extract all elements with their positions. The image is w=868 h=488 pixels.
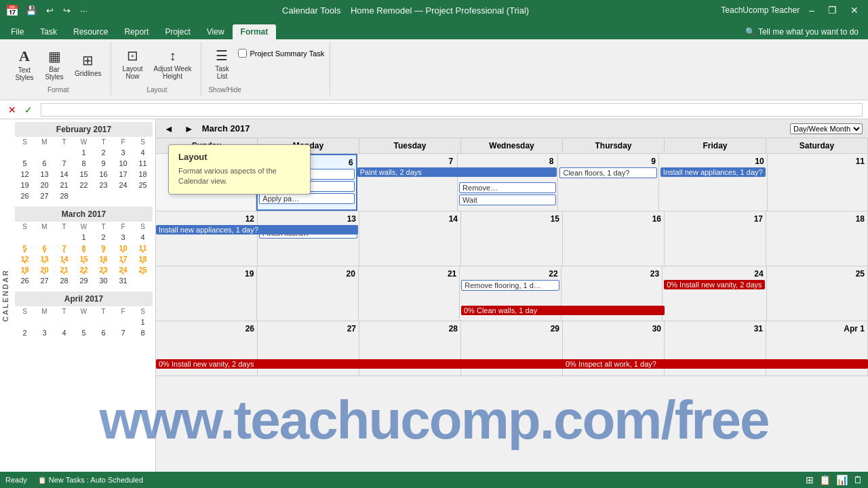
status-icon-1[interactable]: ⊞ xyxy=(806,474,814,485)
tab-view[interactable]: View xyxy=(199,24,233,39)
task-clean-walls-row: 0% Clean walls, 1 day xyxy=(461,306,665,317)
task-wait[interactable]: Wait xyxy=(459,195,556,205)
task-install-vanity-w3[interactable]: 0% Install new vanity, 2 days xyxy=(664,280,764,289)
tab-format[interactable]: Format xyxy=(233,24,277,39)
task-paint-walls[interactable]: Paint walls, 2 days xyxy=(357,167,557,177)
day-7[interactable]: 7 Paint walls, 2 days xyxy=(357,154,458,211)
header-friday: Friday xyxy=(665,138,766,153)
quick-more[interactable]: ··· xyxy=(77,4,90,17)
zoom-level-select[interactable]: Day/Week Month Month xyxy=(790,123,863,134)
title-bar-left: 📅 💾 ↩ ↪ ··· xyxy=(5,4,90,17)
status-icon-3[interactable]: 📊 xyxy=(836,474,848,485)
task-inspect-work[interactable]: 0% Inspect all work, 1 day? xyxy=(563,359,868,369)
day-16[interactable]: 16 xyxy=(563,211,665,266)
cal-next-button[interactable]: ► xyxy=(182,122,197,136)
close-button[interactable]: ✕ xyxy=(846,3,863,17)
cal-prev-button[interactable]: ◄ xyxy=(161,122,176,136)
bar-styles-icon: ▦ xyxy=(48,48,61,64)
ribbon-tabs: File Task Resource Report Project View F… xyxy=(0,20,868,39)
mini-calendar-april: April 2017 S M T W T F S 1 2 3 4 5 xyxy=(15,291,153,338)
gridlines-label: Gridlines xyxy=(75,70,101,77)
day-14[interactable]: 14 xyxy=(359,211,461,266)
ribbon-group-format: A Text Styles ▦ Bar Styles ⊞ Gridlines F… xyxy=(5,42,111,96)
day-13[interactable]: 13 Finish kitchen xyxy=(258,211,359,266)
project-summary-task-checkbox[interactable] xyxy=(238,49,247,58)
day-11[interactable]: 11 xyxy=(768,154,868,211)
tab-resource[interactable]: Resource xyxy=(65,24,116,39)
tab-file[interactable]: File xyxy=(3,24,32,39)
mini-cal-mar-header: March 2017 xyxy=(15,207,153,222)
quick-undo[interactable]: ↩ xyxy=(43,4,56,17)
ribbon-content: A Text Styles ▦ Bar Styles ⊞ Gridlines F… xyxy=(0,39,868,100)
title-bar: 📅 💾 ↩ ↪ ··· Calendar Tools Home Remodel … xyxy=(0,0,868,20)
title-bar-right: TeachUcomp Teacher – ❐ ✕ xyxy=(721,3,863,17)
tooltip-description: Format various aspects of the Calendar v… xyxy=(178,166,300,187)
task-clean-walls[interactable]: 0% Clean walls, 1 day xyxy=(461,306,665,315)
app-icon: 📅 xyxy=(5,4,19,17)
day-8[interactable]: 8 Remove… Wait xyxy=(458,154,558,211)
layout-now-label: Layout Now xyxy=(122,65,142,80)
day-15[interactable]: 15 xyxy=(461,211,563,266)
sidebar: CALENDAR February 2017 S M T W T F S 1 2… xyxy=(0,119,156,472)
tell-me-bar[interactable]: 🔍 Tell me what you want to do xyxy=(738,24,865,39)
formula-bar: ✕ ✓ xyxy=(0,100,868,119)
doc-title: Home Remodel — Project Professional (Tri… xyxy=(351,5,529,16)
task-install-appliances-2[interactable]: Install new appliances, 1 day? xyxy=(156,225,358,235)
search-icon: 🔍 xyxy=(745,27,755,37)
day-17[interactable]: 17 xyxy=(665,211,766,266)
day-9[interactable]: 9 Clean floors, 1 day? xyxy=(558,154,658,211)
mini-cal-feb-grid: S M T W T F S 1 2 3 4 5 6 7 8 9 10 11 xyxy=(15,137,153,201)
day-10[interactable]: 10 Install new appliances, 1 day? xyxy=(659,154,768,211)
formula-btns: ✕ ✓ xyxy=(5,103,35,117)
gridlines-button[interactable]: ⊞ Gridlines xyxy=(71,49,105,80)
tell-me-text: Tell me what you want to do xyxy=(758,27,859,37)
minimize-button[interactable]: – xyxy=(805,3,818,17)
day-12[interactable]: 12 Install new appliances, 1 day? xyxy=(156,211,258,266)
status-icon-4[interactable]: 🗒 xyxy=(853,474,863,485)
day-20[interactable]: 20 xyxy=(257,266,358,321)
gridlines-icon: ⊞ xyxy=(82,52,94,68)
task-remove[interactable]: Remove… xyxy=(459,182,556,193)
task-remove-flooring[interactable]: Remove flooring, 1 d… xyxy=(461,280,559,291)
layout-now-button[interactable]: ⊡ Layout Now xyxy=(118,45,146,83)
task-list-button[interactable]: ☰ Task List xyxy=(208,45,235,83)
format-group-label: Format xyxy=(47,86,69,94)
ribbon-group-layout: ⊡ Layout Now ↕ Adjust Week Height Layout xyxy=(113,42,201,96)
project-summary-task-checkbox-label[interactable]: Project Summary Task xyxy=(238,49,324,58)
formula-input[interactable] xyxy=(41,103,863,117)
status-icon-2[interactable]: 📋 xyxy=(819,474,831,485)
mini-calendar-march: March 2017 S M T W T F S 1 2 3 4 5 6 7 8 xyxy=(15,207,153,286)
task-install-appliances-1[interactable]: Install new appliances, 1 day? xyxy=(660,167,766,177)
day-21[interactable]: 21 xyxy=(359,266,460,321)
formula-cancel-button[interactable]: ✕ xyxy=(5,103,19,117)
layout-group-label: Layout xyxy=(146,86,167,94)
tab-task[interactable]: Task xyxy=(32,24,65,39)
bar-styles-label: Bar Styles xyxy=(45,66,63,81)
tab-project[interactable]: Project xyxy=(157,24,198,39)
maximize-button[interactable]: ❐ xyxy=(824,3,841,17)
quick-redo[interactable]: ↪ xyxy=(60,4,73,17)
day-18[interactable]: 18 xyxy=(766,211,868,266)
mini-cal-mar-grid: S M T W T F S 1 2 3 4 5 6 7 8 9 10 11 xyxy=(15,222,153,286)
format-btns: A Text Styles ▦ Bar Styles ⊞ Gridlines xyxy=(11,45,105,84)
header-saturday: Saturday xyxy=(766,138,868,153)
app-context-title: Calendar Tools xyxy=(282,5,340,16)
day-19[interactable]: 19 xyxy=(156,266,257,321)
task-clean-floors[interactable]: Clean floors, 1 day? xyxy=(559,167,656,178)
tooltip-title: Layout xyxy=(178,152,300,162)
header-wednesday: Wednesday xyxy=(461,138,563,153)
day-25[interactable]: 25 xyxy=(767,266,868,321)
cal-nav-title: March 2017 xyxy=(202,123,250,134)
formula-confirm-button[interactable]: ✓ xyxy=(22,103,35,117)
bar-styles-button[interactable]: ▦ Bar Styles xyxy=(41,45,68,83)
mini-cal-apr-header: April 2017 xyxy=(15,291,153,306)
adjust-week-height-button[interactable]: ↕ Adjust Week Height xyxy=(150,45,196,83)
header-tuesday: Tuesday xyxy=(359,138,461,153)
quick-save[interactable]: 💾 xyxy=(23,4,39,17)
text-styles-button[interactable]: A Text Styles xyxy=(11,45,38,84)
day-24[interactable]: 24 0% Install new vanity, 2 days xyxy=(663,266,766,321)
tab-report[interactable]: Report xyxy=(116,24,157,39)
header-thursday: Thursday xyxy=(563,138,665,153)
task-apply-pa[interactable]: Apply pa… xyxy=(259,193,354,204)
status-task-icon: 📋 xyxy=(38,476,46,484)
